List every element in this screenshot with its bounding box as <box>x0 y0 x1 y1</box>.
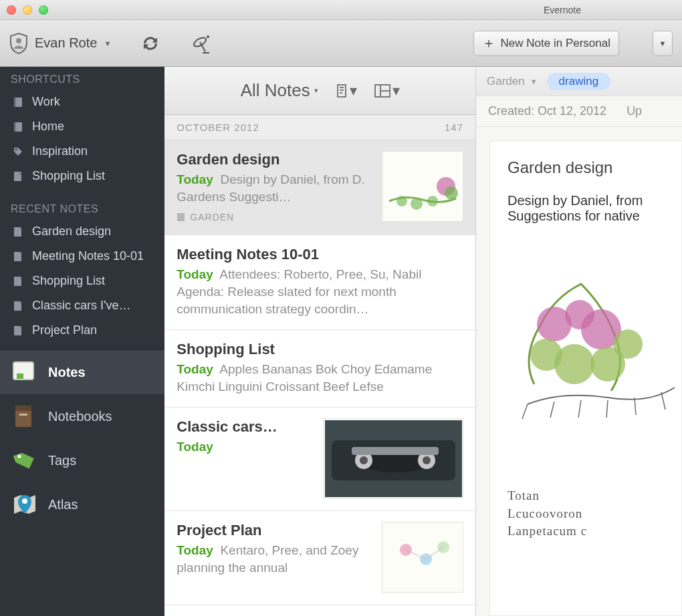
detail-notebook-dropdown[interactable]: Garden ▼ <box>487 75 538 88</box>
notes-filter-dropdown[interactable]: All Notes ▾ <box>241 80 318 101</box>
recent-note-item[interactable]: Project Plan <box>0 318 164 343</box>
nav-label: Tags <box>48 453 76 468</box>
note-snippet: Today Attendees: Roberto, Pree, Su, Nabi… <box>177 266 463 317</box>
account-name: Evan Rote <box>35 35 97 51</box>
nav-tags[interactable]: Tags <box>0 438 164 482</box>
detail-note-title: Garden design <box>507 158 681 177</box>
month-label: OCTOBER 2012 <box>177 122 259 133</box>
sync-icon <box>140 33 160 53</box>
nav-atlas[interactable]: Atlas <box>0 482 164 526</box>
shortcut-inspiration[interactable]: Inspiration <box>0 139 164 164</box>
recent-note-item[interactable]: Shopping List <box>0 269 164 293</box>
recent-notes-header: RECENT NOTES <box>0 196 164 219</box>
month-divider: OCTOBER 2012 147 <box>164 115 475 140</box>
shortcut-label: Inspiration <box>32 144 88 158</box>
svg-point-27 <box>396 196 407 206</box>
activity-button[interactable] <box>190 32 213 55</box>
svg-point-3 <box>207 35 209 38</box>
note-card-shopping-list[interactable]: Shopping List Today Apples Bananas Bok C… <box>164 330 475 408</box>
detail-tag-pill[interactable]: drawing <box>547 73 611 90</box>
note-detail-pane: Garden ▼ drawing Created: Oct 12, 2012 U… <box>476 67 682 616</box>
shortcut-shopping-list[interactable]: Shopping List <box>0 164 164 188</box>
svg-rect-12 <box>14 277 21 286</box>
window-titlebar: Evernote <box>0 0 682 20</box>
recent-note-label: Classic cars I've… <box>32 299 130 313</box>
note-title: Project Plan <box>177 522 372 539</box>
svg-rect-14 <box>14 326 21 335</box>
view-mode-button[interactable]: ▾ <box>374 82 400 100</box>
note-snippet: Today Apples Bananas Bok Choy Edamame Ki… <box>177 361 463 395</box>
detail-toolbar: Garden ▼ drawing <box>476 67 682 96</box>
note-date: Today <box>177 543 213 557</box>
note-icon <box>12 325 24 337</box>
svg-rect-5 <box>14 98 16 107</box>
nav-label: Atlas <box>48 497 78 512</box>
shortcut-work[interactable]: Work <box>0 90 164 114</box>
close-window-button[interactable] <box>7 5 16 15</box>
sort-button[interactable]: ▾ <box>336 82 357 100</box>
view-grid-icon <box>374 84 390 98</box>
note-card-garden-design[interactable]: Garden design Today Design by Daniel, fr… <box>164 140 475 235</box>
note-date: Today <box>177 440 213 454</box>
tag-icon <box>12 146 24 158</box>
new-note-dropdown-button[interactable]: ▼ <box>653 31 673 56</box>
account-menu-button[interactable]: Evan Rote ▼ <box>9 33 111 54</box>
minimize-window-button[interactable] <box>23 5 32 15</box>
sidebar: SHORTCUTS Work Home Inspiration Shopping… <box>0 67 164 616</box>
note-snippet: Today Kentaro, Pree, and Zoey planning t… <box>177 542 372 576</box>
svg-rect-7 <box>14 122 16 132</box>
svg-point-52 <box>613 329 643 359</box>
svg-point-21 <box>22 498 27 504</box>
svg-rect-11 <box>14 252 21 261</box>
note-tag-chip[interactable]: GARDEN <box>177 212 372 222</box>
shortcut-label: Shopping List <box>32 169 105 183</box>
recent-note-label: Meeting Notes 10-01 <box>32 249 144 263</box>
chevron-down-icon: ▼ <box>659 39 667 47</box>
note-card-meeting-notes[interactable]: Meeting Notes 10-01 Today Attendees: Rob… <box>164 235 475 330</box>
note-card-classic-cars[interactable]: Classic cars… Today <box>164 408 475 511</box>
sync-button[interactable] <box>139 32 162 55</box>
note-icon <box>12 300 24 312</box>
shortcut-home[interactable]: Home <box>0 114 164 139</box>
detail-notebook-name: Garden <box>487 75 525 88</box>
chevron-down-icon: ▾ <box>392 82 400 100</box>
svg-point-38 <box>423 456 431 464</box>
note-icon <box>12 251 24 263</box>
chevron-down-icon: ▼ <box>104 39 111 47</box>
nav-notebooks[interactable]: Notebooks <box>0 394 164 438</box>
detail-meta-bar: Created: Oct 12, 2012 Up <box>476 96 682 127</box>
note-title: Garden design <box>177 151 372 168</box>
detail-updated-label: Up <box>627 104 642 118</box>
note-title: Classic cars… <box>177 418 314 436</box>
chevron-down-icon: ▾ <box>314 86 318 95</box>
new-note-label: New Note in Personal <box>501 37 610 50</box>
toolbar: Evan Rote ▼ ＋ New Note in Personal ▼ <box>0 20 682 67</box>
note-list-scroll[interactable]: Garden design Today Design by Daniel, fr… <box>164 140 475 616</box>
garden-sketch-image <box>507 251 681 467</box>
nav-label: Notebooks <box>48 409 112 424</box>
zoom-window-button[interactable] <box>39 5 48 15</box>
nav-notes[interactable]: Notes <box>0 350 164 394</box>
chevron-down-icon: ▾ <box>350 82 357 100</box>
note-detail-body[interactable]: Garden design Design by Daniel, from Sug… <box>489 140 682 616</box>
new-note-button[interactable]: ＋ New Note in Personal <box>473 31 619 56</box>
recent-note-label: Shopping List <box>32 274 105 288</box>
note-snippet: Today Design by Daniel, from D. Gardens … <box>177 171 372 205</box>
note-icon <box>12 226 24 238</box>
recent-note-item[interactable]: Garden design <box>0 219 164 244</box>
satellite-icon <box>191 33 212 54</box>
note-card-project-plan[interactable]: Project Plan Today Kentaro, Pree, and Zo… <box>164 511 475 605</box>
svg-rect-13 <box>14 301 21 311</box>
note-title: Meeting Notes 10-01 <box>177 246 463 263</box>
detail-note-text: Design by Daniel, from Suggestions for n… <box>507 193 681 224</box>
note-date: Today <box>177 267 213 281</box>
svg-point-29 <box>427 196 438 206</box>
svg-point-50 <box>554 344 594 384</box>
recent-note-item[interactable]: Classic cars I've… <box>0 293 164 318</box>
svg-point-31 <box>445 186 458 200</box>
note-thumbnail <box>382 522 463 593</box>
note-list-pane: All Notes ▾ ▾ ▾ OCTOBER 2012 147 <box>164 67 476 616</box>
note-title: Shopping List <box>177 341 463 358</box>
recent-note-item[interactable]: Meeting Notes 10-01 <box>0 244 164 269</box>
note-list-header: All Notes ▾ ▾ ▾ <box>164 67 475 115</box>
